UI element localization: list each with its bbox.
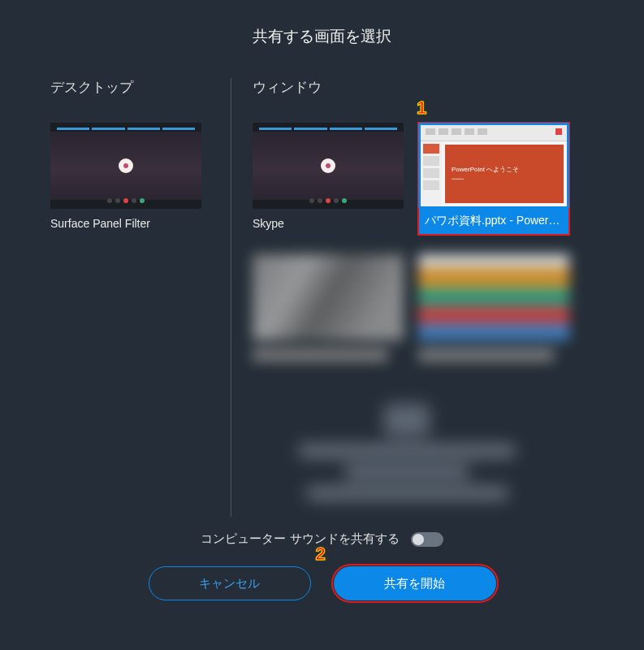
- dialog-title: 共有する画面を選択: [0, 0, 644, 78]
- window-thumb-blurred-1[interactable]: [253, 254, 404, 362]
- window-thumb-powerpoint[interactable]: PowerPoint へようこそ ━━━━━ パワポ資料.pptx - Powe…: [418, 123, 569, 235]
- button-row: 2 キャンセル 共有を開始: [0, 566, 644, 600]
- window-blurred-lower: [253, 397, 561, 508]
- window-thumb-skype[interactable]: Skype: [253, 123, 404, 235]
- window-thumb-label-ppt: パワポ資料.pptx - PowerP...: [418, 209, 569, 235]
- desktop-thumb-label: Surface Panel Filter: [50, 217, 201, 230]
- window-thumb-label-skype: Skype: [253, 217, 404, 230]
- desktop-thumb-preview: [50, 123, 201, 209]
- sound-toggle[interactable]: [411, 532, 443, 547]
- footer: コンピューター サウンドを共有する 2 キャンセル 共有を開始: [0, 517, 644, 600]
- desktop-section: デスクトップ Surface Panel Filter: [50, 78, 231, 517]
- window-section: ウィンドウ 1 Skype PowerPoint へようこそ: [231, 78, 612, 517]
- window-thumb-preview-ppt: PowerPoint へようこそ ━━━━━: [418, 123, 569, 209]
- ppt-slide-title: PowerPoint へようこそ: [452, 165, 557, 174]
- content-area: デスクトップ Surface Panel Filter ウィンドウ 1 Skyp…: [0, 78, 644, 517]
- callout-2: 2: [316, 544, 326, 565]
- desktop-thumb-surface-panel[interactable]: Surface Panel Filter: [50, 123, 201, 230]
- start-share-button[interactable]: 共有を開始: [334, 566, 496, 600]
- window-header: ウィンドウ: [253, 78, 612, 97]
- cancel-button[interactable]: キャンセル: [149, 566, 311, 600]
- window-thumb-blurred-2[interactable]: [418, 254, 569, 362]
- callout-1: 1: [417, 98, 426, 119]
- desktop-header: デスクトップ: [50, 78, 211, 97]
- window-thumb-preview-skype: [253, 123, 404, 209]
- sound-label: コンピューター サウンドを共有する: [201, 531, 399, 547]
- window-thumb-grid: 1 Skype PowerPoint へようこそ ━━━━━: [253, 123, 612, 508]
